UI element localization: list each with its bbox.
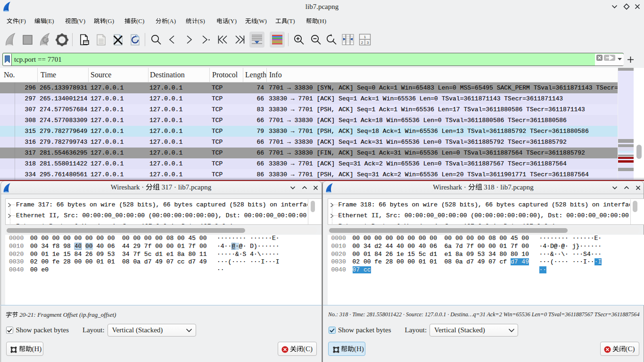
svg-text:2: 2: [361, 41, 363, 45]
svg-text:3: 3: [367, 41, 369, 45]
svg-text:1: 1: [364, 35, 366, 39]
